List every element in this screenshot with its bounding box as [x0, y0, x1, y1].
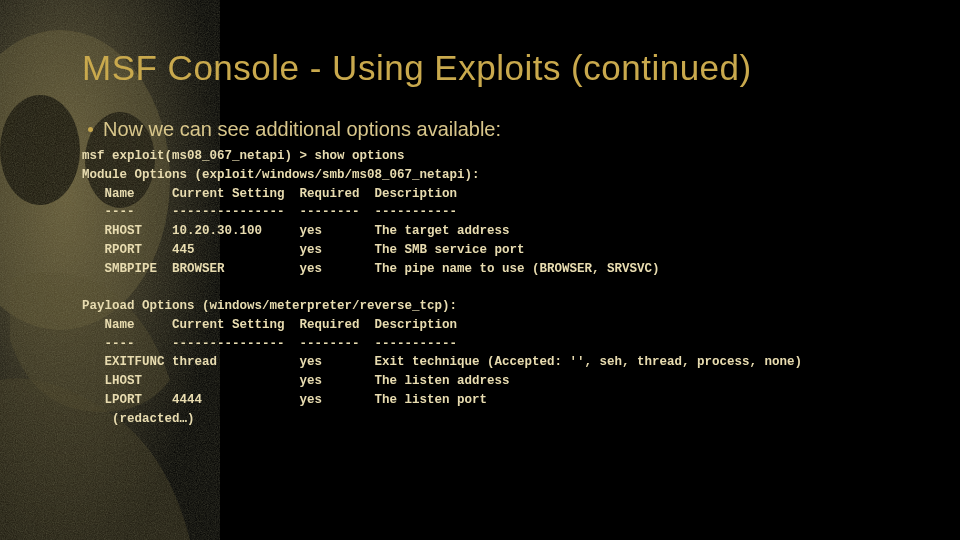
slide-title: MSF Console - Using Exploits (continued) [82, 48, 930, 88]
bullet-dot-icon [88, 127, 93, 132]
terminal-output: msf exploit(ms08_067_netapi) > show opti… [82, 147, 930, 428]
bullet-item: Now we can see additional options availa… [82, 118, 930, 141]
slide-content: MSF Console - Using Exploits (continued)… [0, 0, 960, 540]
bullet-text: Now we can see additional options availa… [103, 118, 501, 141]
